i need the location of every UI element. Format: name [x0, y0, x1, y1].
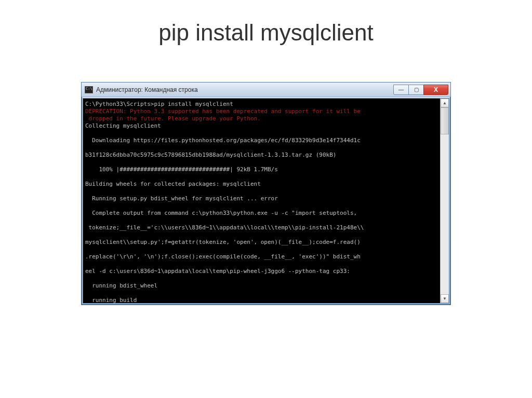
close-button[interactable]: X: [423, 85, 448, 95]
scroll-up-button[interactable]: ▲: [441, 99, 449, 107]
maximize-icon: ▢: [414, 87, 419, 92]
console-area: C:\Python33\Scripts>pip install mysqlcli…: [83, 98, 449, 304]
console-line: .replace('\r\n', '\n');f.close();exec(co…: [85, 253, 439, 260]
console-line: Collecting mysqlclient: [85, 122, 439, 130]
console-line: tokenize;__file__='c:\\users\\836d~1\\ap…: [85, 224, 439, 231]
scroll-down-button[interactable]: ▼: [441, 294, 449, 303]
chevron-down-icon: ▼: [443, 296, 447, 301]
console-line: running bdist_wheel: [85, 282, 439, 290]
window-title: Администратор: Командная строка: [96, 86, 394, 93]
console-line: Downloading https://files.pythonhosted.o…: [85, 137, 439, 144]
prompt-text: C:\Python33\Scripts>: [85, 101, 154, 107]
chevron-up-icon: ▲: [443, 101, 447, 105]
window-controls: — ▢ X: [394, 85, 448, 95]
minimize-icon: —: [398, 87, 404, 92]
vertical-scrollbar[interactable]: ▲ ▼: [440, 99, 449, 303]
console-output[interactable]: C:\Python33\Scripts>pip install mysqlcli…: [83, 99, 440, 303]
console-line: mysqlclient\\setup.py';f=getattr(tokeniz…: [85, 239, 439, 246]
console-line: Complete output from command c:\python33…: [85, 210, 439, 217]
cmd-icon: [85, 86, 93, 93]
cmd-window: Администратор: Командная строка — ▢ X C:…: [81, 82, 451, 305]
command-text: pip install mysqlclient: [154, 101, 233, 107]
scrollbar-thumb[interactable]: [441, 107, 449, 134]
titlebar[interactable]: Администратор: Командная строка — ▢ X: [82, 83, 450, 97]
console-line: Running setup.py bdist_wheel for mysqlcl…: [85, 195, 439, 202]
scrollbar-track[interactable]: [441, 107, 449, 294]
console-line: b31f128c6dbba70c5975c9c57896815dbb1988ad…: [85, 152, 439, 159]
console-line: 100% |################################| …: [85, 166, 439, 173]
console-line: running build: [85, 297, 439, 303]
console-lines: Collecting mysqlclient Downloading https…: [85, 122, 439, 303]
slide-title: pip install mysqlclient: [158, 20, 373, 46]
deprecation-warning: DEPRECATION: Python 3.3 supported has be…: [85, 108, 439, 122]
maximize-button[interactable]: ▢: [408, 85, 424, 95]
console-line: Building wheels for collected packages: …: [85, 181, 439, 188]
close-icon: X: [434, 86, 438, 93]
minimize-button[interactable]: —: [393, 85, 409, 95]
console-line: eel -d c:\users\836d~1\appdata\local\tem…: [85, 268, 439, 275]
